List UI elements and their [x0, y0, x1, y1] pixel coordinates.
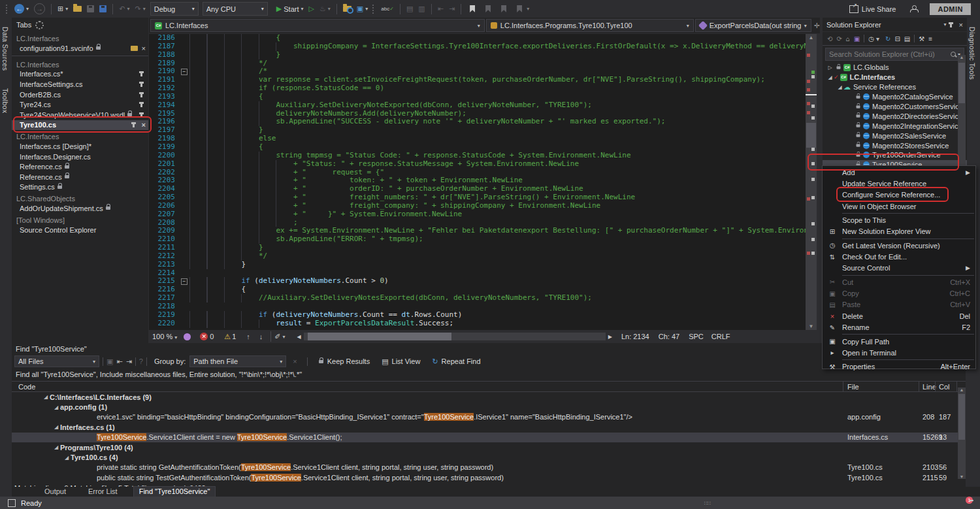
menu-item[interactable]: ×DeleteDel	[823, 310, 975, 321]
collapse-icon[interactable]: ◢	[52, 444, 60, 450]
tree-item[interactable]: ▷C#LC.Globals	[823, 63, 967, 73]
navigate-back-button[interactable]: ←▾	[13, 2, 30, 16]
find-scroll-up-icon[interactable]: ▲	[958, 387, 966, 392]
indent-decrease-button[interactable]: ⇤	[436, 2, 445, 16]
code-line[interactable]: 2219 if (deliveryNoteNumbers.Count == dt…	[149, 311, 806, 320]
tab-error-list[interactable]: Error List	[83, 487, 123, 497]
hscroll-right-icon[interactable]: ▶	[608, 334, 612, 340]
keep-results-toggle[interactable]: Keep Results	[316, 357, 370, 365]
pin-icon[interactable]	[140, 82, 142, 87]
spell-check-button[interactable]: abc✓	[380, 2, 395, 16]
toolbox-tool-tab[interactable]: Toolbox	[0, 84, 10, 123]
find-result-row[interactable]: public static string TestGetAuthentifica…	[12, 472, 966, 482]
code-line[interactable]: 2207 + " }" + System.Environment.NewLine	[149, 210, 806, 219]
collapse-icon[interactable]: ◢	[836, 84, 843, 90]
toggle-bookmark-button[interactable]	[466, 2, 479, 16]
properties-wrench-icon[interactable]: ⚒	[919, 35, 924, 42]
clear-results-icon[interactable]: ×	[293, 357, 297, 365]
expand-icon[interactable]: ▷	[826, 65, 834, 71]
tree-item[interactable]: ◢✓C#LC.Interfaces	[823, 73, 967, 82]
menu-item[interactable]: ⇅Check Out for Edit...	[823, 251, 975, 262]
find-scroll-down-icon[interactable]: ▼	[958, 474, 966, 479]
code-line[interactable]: 2214	[149, 269, 806, 278]
code-line[interactable]: 2193 {	[149, 93, 806, 101]
code-line[interactable]: 2203 + " token: + " + token + Environmen…	[149, 176, 806, 185]
tree-item[interactable]: Tyre100OrderService	[823, 150, 967, 160]
code-line[interactable]: 2198 else	[149, 135, 806, 143]
pin-icon[interactable]	[133, 122, 135, 127]
find-results-scrollbar[interactable]: ▲ ▼	[958, 387, 966, 479]
code-line[interactable]: 2202 + " request = {"	[149, 169, 806, 177]
solution-explorer-search-input[interactable]: Search Solution Explorer (Ctrl+ü) ▾	[825, 48, 964, 61]
find-result-row[interactable]: ◢app.config (1)	[12, 402, 966, 412]
code-line[interactable]: 2201 + "Status: " + response.StatusMessa…	[149, 160, 806, 169]
code-line[interactable]: 2205 + " freight_numbers: " + dr["NVE"].…	[149, 193, 806, 202]
close-icon[interactable]: ×	[959, 21, 963, 29]
code-line[interactable]: 2195 deliveryNoteNumbers.Add(deliveryNot…	[149, 110, 806, 118]
code-line[interactable]: 2187 shippingCompany = InterfaceSettings…	[149, 42, 806, 51]
tab-item[interactable]: Reference.cs	[12, 161, 148, 172]
type-dropdown[interactable]: LC.Interfaces.Programs.Tyre100.Tyre100▾	[486, 19, 694, 32]
data-sources-tool-tab[interactable]: Data Sources	[0, 23, 10, 78]
code-line[interactable]: 2199 {	[149, 143, 806, 152]
tab-item[interactable]: Interfaces.Designer.cs	[12, 152, 148, 162]
tab-item[interactable]: Reference.cs	[12, 172, 148, 182]
editor-horizontal-scrollbar[interactable]	[304, 333, 606, 340]
undo-button[interactable]: ↶▾	[118, 2, 131, 16]
tab-item[interactable]: configuration91.svcinfo×	[12, 43, 148, 54]
open-file-button[interactable]	[72, 2, 83, 16]
menu-item[interactable]: Add▶	[823, 167, 975, 178]
redo-button[interactable]: ↷▾	[133, 2, 146, 16]
repeat-find-button[interactable]: ↻Repeat Find	[432, 357, 480, 366]
tree-item[interactable]: Magento2IntegrationService	[823, 121, 967, 131]
pin-icon[interactable]	[950, 22, 952, 27]
se-back-icon[interactable]: ⟲	[827, 35, 832, 42]
tab-item[interactable]: Interfaces.cs*	[12, 69, 148, 80]
menu-item[interactable]: ▸Open in Terminal	[823, 347, 975, 358]
code-line[interactable]: 2211 }	[149, 244, 806, 252]
expand-results-icon[interactable]: ⇥	[126, 357, 132, 366]
code-line[interactable]: 2213 }	[149, 261, 806, 269]
find-result-row[interactable]: Tyre100Service.Service1Client client = n…	[12, 433, 966, 442]
tab-item[interactable]: Tyre100.cs×	[12, 120, 148, 131]
next-bookmark-button[interactable]	[497, 2, 510, 16]
platform-dropdown[interactable]: Any CPU▾	[203, 2, 268, 16]
code-line[interactable]: 2186 {	[149, 34, 806, 42]
diagnostic-tools-tab[interactable]: Diagnostic Tools	[967, 23, 977, 93]
close-icon[interactable]: ×	[142, 44, 146, 52]
menu-item[interactable]: Scope to This	[823, 214, 975, 225]
code-line[interactable]: 2192 if (response.StatusCode == 0)	[149, 84, 806, 93]
split-editor-icon[interactable]: ✛	[814, 22, 820, 30]
tree-item[interactable]: ◢☁Service References	[823, 82, 967, 92]
code-line[interactable]: 2215− if (deliveryNoteNumbers.Count > 0)	[149, 277, 806, 286]
col-column-header[interactable]: Col	[939, 382, 950, 391]
find-result-row[interactable]: ◢C:\Interfaces\LC.Interfaces (9)	[12, 392, 966, 402]
tab-item[interactable]: Settings.cs	[12, 182, 148, 193]
save-all-button[interactable]	[98, 2, 108, 16]
tree-item[interactable]: Magento2StoresService	[823, 140, 967, 150]
collapse-results-icon[interactable]: ⇤	[116, 357, 122, 366]
switch-views-icon[interactable]: ▣	[854, 35, 860, 42]
tab-item[interactable]: Tyre24.cs	[12, 99, 148, 110]
collapse-icon[interactable]: ◢	[826, 74, 834, 80]
help-icon[interactable]: ?	[139, 357, 143, 365]
prev-bookmark-button[interactable]	[482, 2, 495, 16]
code-line[interactable]: 2208 ;	[149, 219, 806, 227]
warning-count[interactable]: ⚠1	[224, 333, 236, 341]
tree-item[interactable]: Magento2CatalogService	[823, 92, 967, 102]
project-dropdown[interactable]: C# LC.Interfaces▾	[150, 19, 485, 32]
code-line[interactable]: 2210 sb.AppendLine("ERROR: " + tmpmsg);	[149, 235, 806, 244]
code-line[interactable]: 2218	[149, 303, 806, 311]
tab-item[interactable]: Interfaces.cs [Design]*	[12, 141, 148, 152]
gear-icon[interactable]	[35, 21, 44, 29]
menu-item[interactable]: View in Object Browser	[823, 201, 975, 212]
feedback-button[interactable]	[909, 2, 919, 16]
code-column-header[interactable]: Code	[18, 383, 35, 391]
collapse-icon[interactable]: ◢	[63, 455, 71, 461]
zoom-dropdown[interactable]: 100 %▾	[152, 333, 177, 340]
hscrollbar-thumb[interactable]	[308, 333, 451, 340]
code-line[interactable]: 2196 sb.AppendLine("SUCCESS - delivery n…	[149, 118, 806, 126]
comment-button[interactable]: ▤	[405, 2, 414, 16]
find-result-row[interactable]: private static string GetAuthentificatio…	[12, 463, 966, 472]
tab-item[interactable]: InterfaceSettings.cs	[12, 79, 148, 90]
